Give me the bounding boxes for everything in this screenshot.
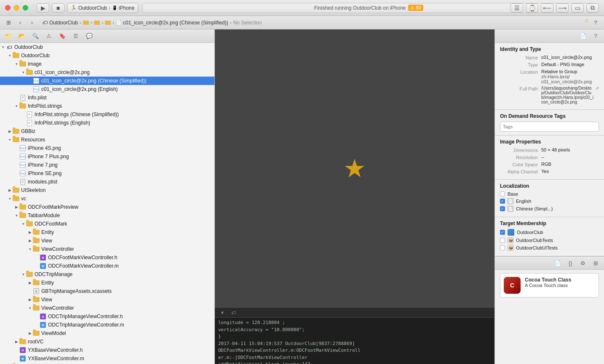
tree-item-c01-english[interactable]: PNGc01_icon_circle@2x.png (English)	[0, 85, 214, 93]
tree-toggle[interactable]: ▾	[20, 222, 26, 226]
tree-toggle[interactable]: ▾	[13, 104, 19, 108]
tree-item-rootvc[interactable]: ▶rootVC	[0, 337, 214, 346]
add-group-icon[interactable]: 📂	[17, 31, 27, 41]
single-editor-button[interactable]: ▭	[571, 3, 584, 13]
tree-item-odctripmanage[interactable]: ▾ODCTripManage	[0, 270, 214, 279]
target-uitests-checkbox[interactable]	[500, 245, 505, 250]
tree-item-viewcontroller-1[interactable]: ▾ViewController	[0, 245, 214, 253]
tree-toggle[interactable]: ▾	[7, 53, 13, 58]
tree-item-odctripmanage-m[interactable]: MODCTripManageViewController.m	[0, 321, 214, 329]
nav-prev-icon[interactable]: ‹	[15, 18, 25, 28]
console-collapse-icon[interactable]: ▼	[218, 308, 227, 317]
tree-toggle[interactable]: ▶	[27, 230, 33, 234]
tree-toggle[interactable]: ▾	[20, 70, 26, 74]
tree-item-odctripmanage-h[interactable]: HODCTripManageViewController.h	[0, 312, 214, 321]
tree-item-infoplist-english[interactable]: FInfoPlist.strings (English)	[0, 119, 214, 127]
loc-base-checkbox[interactable]	[500, 191, 505, 197]
bc-file[interactable]: 📄 c01_icon_circle@2x.png (Chinese (Simpl…	[116, 20, 228, 26]
maximize-button[interactable]	[23, 5, 28, 11]
tree-toggle[interactable]: ▾	[20, 272, 26, 276]
rp-help-icon[interactable]: ?	[591, 31, 601, 41]
speech-icon[interactable]: 💬	[84, 31, 94, 41]
tree-item-modules-plist[interactable]: Pmodules.plist	[0, 178, 214, 186]
tree-toggle[interactable]: ▶	[27, 331, 33, 335]
tree-item-odcfootmark[interactable]: ▾ODCFootMark	[0, 220, 214, 228]
tree-item-viewmodel[interactable]: ▶ViewModel	[0, 329, 214, 337]
search-icon[interactable]: 🔍	[30, 31, 40, 41]
tree-toggle[interactable]: ▶	[13, 340, 19, 344]
loc-english-checkbox[interactable]	[500, 199, 505, 204]
target-tests-checkbox[interactable]	[500, 238, 505, 243]
tags-input[interactable]	[500, 122, 599, 132]
tree-item-iphone7plus[interactable]: PNGiPhone 7 Plus.png	[0, 152, 214, 161]
split-editor-button[interactable]: ⧉	[586, 3, 599, 13]
tree-item-entity-2[interactable]: ▶Entity	[0, 279, 214, 287]
tree-toggle[interactable]: ▶	[27, 281, 33, 285]
tree-item-image-group[interactable]: ▾image	[0, 60, 214, 68]
bc-folder-3[interactable]	[105, 21, 111, 25]
target-outdoorclub-checkbox[interactable]	[500, 230, 505, 235]
rp-grid-icon[interactable]: ⊞	[591, 258, 601, 268]
tree-item-vc[interactable]: ▾vc	[0, 194, 214, 203]
tree-toggle[interactable]: ▾	[7, 138, 13, 142]
tree-item-entity-1[interactable]: ▶Entity	[0, 228, 214, 236]
warning-filter-icon[interactable]: ⚠	[44, 31, 54, 41]
tree-toggle[interactable]: ▾	[7, 197, 13, 201]
close-button[interactable]	[5, 5, 11, 11]
tree-toggle[interactable]: ▾	[13, 62, 19, 66]
tree-item-yxbaseviewcontroller-h[interactable]: HYXBaseViewController.h	[0, 346, 214, 354]
tree-item-c01-chinese[interactable]: PNGc01_icon_circle@2x.png (Chinese (Simp…	[0, 77, 214, 85]
console-tag-icon[interactable]: 🏷	[229, 308, 238, 317]
grid-view-icon[interactable]: ⊞	[3, 18, 13, 28]
tree-item-c01-group[interactable]: ▾c01_icon_circle@2x.png	[0, 68, 214, 77]
rp-doc-icon[interactable]: 📄	[553, 258, 563, 268]
tree-item-iphone4s[interactable]: PNGiPhone 4S.png	[0, 144, 214, 152]
tree-item-info-plist[interactable]: PInfo.plist	[0, 93, 214, 102]
tree-item-iphone7[interactable]: PNGiPhone 7.png	[0, 161, 214, 169]
tree-item-iphonese[interactable]: PNGiPhone SE.png	[0, 169, 214, 178]
list-icon[interactable]: ☰	[71, 31, 81, 41]
tree-item-tabbarmodule[interactable]: ▾TabbarModule	[0, 211, 214, 220]
run-button[interactable]: ▶	[37, 3, 49, 13]
loc-chinese-checkbox[interactable]	[500, 206, 505, 211]
tree-item-odcfootmark-m[interactable]: MODCFootMarkViewController.m	[0, 262, 214, 270]
tree-toggle[interactable]: ▶	[7, 129, 13, 133]
tree-item-yxbaseviewcontroller-m[interactable]: MYXBaseViewController.m	[0, 354, 214, 363]
editor-layout-button[interactable]: ☰	[510, 3, 523, 13]
tree-toggle[interactable]: ▾	[0, 45, 6, 49]
tree-toggle[interactable]: ▾	[13, 213, 19, 218]
bookmark-icon[interactable]: 🔖	[57, 31, 67, 41]
nav-next-icon[interactable]: ›	[27, 18, 37, 28]
stop-button[interactable]: ■	[52, 3, 64, 13]
tree-item-gbbiz[interactable]: ▶GBBiz	[0, 127, 214, 136]
rp-json-icon[interactable]: {}	[565, 258, 575, 268]
tree-item-outdoorclub-group[interactable]: ▾OutdoorClub	[0, 51, 214, 60]
rp-file-icon[interactable]: 📄	[578, 31, 588, 41]
tree-toggle[interactable]: ▶	[7, 188, 13, 192]
tree-item-infoplist-strings[interactable]: ▾InfoPlist.strings	[0, 102, 214, 110]
tree-toggle[interactable]: ▶	[27, 239, 33, 243]
tree-toggle[interactable]: ▾	[27, 306, 33, 310]
rp-gear-icon[interactable]: ⚙	[578, 258, 588, 268]
bc-outdoorclub[interactable]: 🏷 OutdoorClub	[42, 20, 78, 26]
bc-folder-2[interactable]	[94, 21, 100, 25]
tree-item-uiskeleton[interactable]: ▶UISkeleton	[0, 186, 214, 194]
tree-toggle[interactable]: ▶	[27, 298, 33, 302]
tree-item-infoplist-chinese[interactable]: FInfoPlist.strings (Chinese (Simplified)…	[0, 110, 214, 119]
tree-item-view-1[interactable]: ▶View	[0, 236, 214, 245]
fullpath-link-icon[interactable]: ↗	[595, 86, 599, 91]
bc-folder-1[interactable]	[83, 21, 89, 25]
add-folder-icon[interactable]: 📁	[3, 31, 13, 41]
minimize-button[interactable]	[14, 5, 19, 11]
tree-toggle[interactable]: ▾	[27, 247, 33, 251]
bc-help-icon[interactable]: ?	[591, 18, 601, 28]
nav-back-button[interactable]: ⟵	[541, 3, 553, 13]
tree-toggle[interactable]: ▶	[13, 205, 19, 209]
tree-item-odcfootmarkpreview[interactable]: ▶ODCFootMarkPreview	[0, 203, 214, 211]
scheme-selector[interactable]: 🏃 OutdoorClub › 📱 iPhone	[67, 3, 138, 13]
breadcrumb-back-button[interactable]: ⌚	[526, 3, 538, 13]
tree-item-viewcontroller-2[interactable]: ▾ViewController	[0, 304, 214, 312]
nav-fwd-button[interactable]: ⟶	[556, 3, 569, 13]
tree-item-gbtripmanage-xcassets[interactable]: XGBTripManageAssets.xcassets	[0, 287, 214, 295]
tree-item-outdoorclub-root[interactable]: ▾🏷OutdoorClub	[0, 43, 214, 51]
